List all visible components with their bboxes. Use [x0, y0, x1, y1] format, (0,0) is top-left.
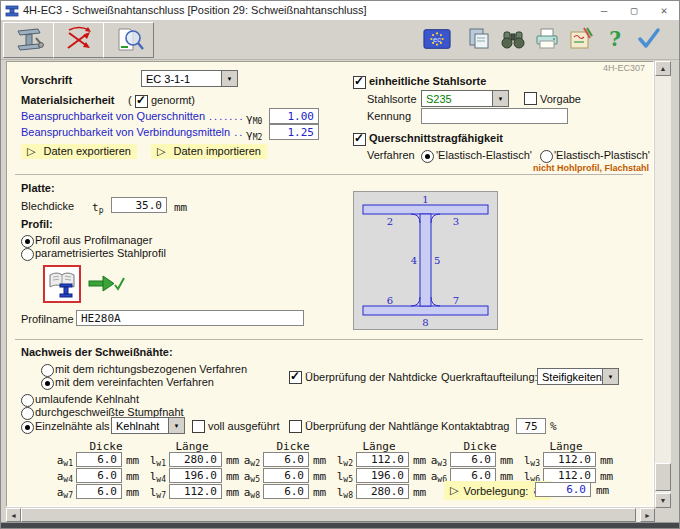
weld-a-symbol: aw5: [240, 470, 260, 484]
chevron-down-icon[interactable]: ▼: [221, 71, 237, 86]
vorgabe-checkbox[interactable]: [524, 92, 537, 105]
unit-label: mm: [313, 470, 326, 483]
einheitliche-stahlsorte-label: einheitliche Stahlsorte: [369, 75, 486, 87]
parametrisiert-radio[interactable]: [21, 248, 34, 261]
import-data-link[interactable]: ▷ Daten importieren: [151, 144, 267, 159]
weld-length-input[interactable]: [543, 452, 596, 467]
umlaufend-radio[interactable]: [21, 394, 34, 407]
gamma-m2-input[interactable]: [269, 124, 319, 140]
chevron-down-icon[interactable]: ▼: [168, 418, 184, 433]
weld-thickness-input[interactable]: [76, 468, 122, 483]
protocol-notes-button[interactable]: [567, 25, 595, 53]
blechdicke-input[interactable]: [111, 197, 167, 213]
nahttyp-select[interactable]: Kehlnaht ▼: [111, 417, 185, 434]
chevron-down-icon[interactable]: ▼: [602, 369, 618, 384]
weld-l-symbol: lw4: [147, 470, 166, 484]
verfahren-label: Verfahren: [367, 149, 415, 161]
notes-pens-icon: [568, 26, 594, 52]
weld-point-label: 7: [453, 295, 459, 306]
voll-ausgefuehrt-checkbox[interactable]: [192, 420, 205, 433]
weld-thickness-input[interactable]: [450, 452, 496, 467]
nahtdicke-checkbox[interactable]: [289, 371, 302, 384]
stahlsorte-select[interactable]: S235 ▼: [421, 90, 509, 107]
profilmanager-button[interactable]: [43, 265, 81, 303]
gamma-m0-input[interactable]: [269, 108, 319, 124]
unit-label: mm: [596, 484, 609, 497]
profilmanager-label: Profil aus Profilmanager: [35, 234, 152, 246]
weld-length-input[interactable]: [169, 484, 222, 499]
horizontal-scroll-thumb[interactable]: [21, 508, 636, 522]
minimize-button[interactable]: –: [589, 1, 619, 20]
maximize-button[interactable]: ▢: [619, 1, 649, 20]
querkraftaufteilung-select[interactable]: Steifigkeiten ▼: [537, 368, 619, 385]
weld-length-input[interactable]: [356, 468, 409, 483]
scroll-down-button[interactable]: ▼: [655, 493, 671, 508]
einheitliche-stahlsorte-checkbox[interactable]: [353, 76, 366, 89]
close-button[interactable]: ✕: [649, 1, 679, 20]
copy-export-button[interactable]: [465, 25, 493, 53]
vorschrift-select[interactable]: EC 3-1-1 ▼: [141, 70, 238, 87]
horizontal-scrollbar[interactable]: ◄ ►: [6, 508, 655, 522]
kontaktabtrag-label: Kontaktabtrag: [441, 420, 510, 432]
scroll-left-button[interactable]: ◄: [6, 508, 21, 522]
eurocode-button[interactable]: ec: [423, 25, 451, 53]
title-bar: 4H-EC3 - Schweißnahtanschluss [Position …: [1, 1, 679, 21]
search-button[interactable]: [499, 25, 527, 53]
triangle-right-icon: ▷: [27, 145, 35, 157]
tp-symbol: tp: [92, 201, 103, 215]
weld-length-input[interactable]: [356, 452, 409, 467]
unit-label: mm: [600, 470, 613, 483]
querschnittstragfaehigkeit-checkbox[interactable]: [353, 133, 366, 146]
toolbar-right-icons: ec: [423, 25, 663, 53]
separator: [15, 339, 643, 340]
vertical-scrollbar[interactable]: ▲ ▼: [655, 61, 671, 508]
weld-l-symbol: lw3: [521, 454, 540, 468]
vereinfacht-radio[interactable]: [41, 377, 54, 390]
weld-a-symbol: aw8: [240, 486, 260, 500]
weld-a-symbol: aw7: [53, 486, 73, 500]
vorbelegung-input[interactable]: [535, 482, 591, 497]
stumpfnaht-radio[interactable]: [21, 407, 34, 420]
umlaufend-label: umlaufende Kehlnaht: [35, 393, 139, 405]
confirm-button[interactable]: [635, 25, 663, 53]
loads-tool-button[interactable]: [53, 22, 104, 58]
export-data-link[interactable]: ▷ Daten exportieren: [21, 144, 137, 159]
profile-tool-button[interactable]: [3, 22, 54, 58]
profilname-input[interactable]: [76, 310, 304, 326]
weld-thickness-input[interactable]: [263, 484, 309, 499]
copy-pages-icon: [466, 26, 492, 52]
scroll-up-button[interactable]: ▲: [655, 61, 671, 76]
kontaktabtrag-input[interactable]: [516, 418, 546, 434]
paren-open: (: [128, 94, 132, 106]
scroll-right-button[interactable]: ►: [640, 508, 655, 522]
preview-tool-button[interactable]: [103, 22, 154, 58]
unit-label: mm: [600, 454, 613, 467]
genormt-checkbox[interactable]: [135, 95, 148, 108]
weld-thickness-input[interactable]: [263, 468, 309, 483]
weld-thickness-input[interactable]: [76, 452, 122, 467]
voll-ausgefuehrt-label: voll ausgeführt: [208, 420, 280, 432]
document-magnifier-icon: [112, 26, 146, 54]
vorbelegung-label: Vorbelegung:: [463, 485, 528, 497]
print-button[interactable]: [533, 25, 561, 53]
weld-length-input[interactable]: [169, 452, 222, 467]
help-button[interactable]: ?: [601, 25, 629, 53]
elastisch-plastisch-radio[interactable]: [540, 150, 553, 163]
profilmanager-radio[interactable]: [21, 235, 34, 248]
elastisch-elastisch-radio[interactable]: [421, 150, 434, 163]
weld-thickness-input[interactable]: [263, 452, 309, 467]
weld-length-input[interactable]: [356, 484, 409, 499]
nahtlaenge-checkbox[interactable]: [289, 420, 302, 433]
weld-a-symbol: aw4: [53, 470, 73, 484]
weld-thickness-input[interactable]: [76, 484, 122, 499]
einzelnaehte-label: Einzelnähte als: [35, 420, 110, 432]
vertical-scroll-thumb[interactable]: [655, 463, 671, 491]
blechdicke-label: Blechdicke: [21, 200, 74, 212]
kennung-input[interactable]: [421, 108, 568, 124]
richtungsbezogen-radio[interactable]: [41, 364, 54, 377]
chevron-down-icon[interactable]: ▼: [492, 91, 508, 106]
separator: [15, 174, 643, 175]
weld-length-input[interactable]: [169, 468, 222, 483]
einzelnaehte-radio[interactable]: [21, 421, 34, 434]
weld-length-input[interactable]: [543, 468, 596, 483]
